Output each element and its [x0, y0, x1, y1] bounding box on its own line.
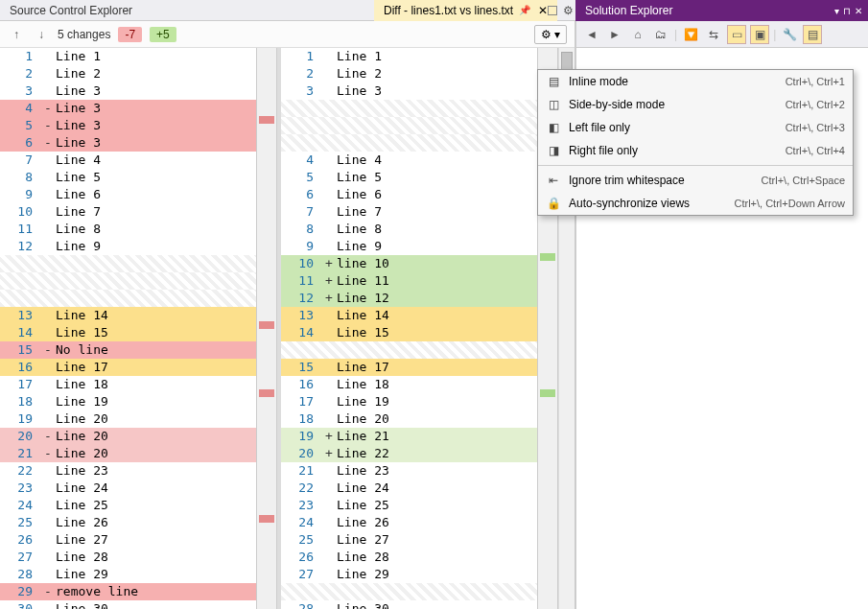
code-line[interactable]: 7Line 7 [281, 203, 537, 221]
code-line[interactable]: 15-No line [0, 341, 256, 359]
code-line[interactable]: 2Line 2 [0, 65, 256, 82]
code-line[interactable]: 3Line 3 [281, 82, 537, 100]
code-line[interactable]: 30Line 30 [0, 600, 256, 609]
code-line[interactable]: 14Line 15 [281, 324, 537, 341]
code-line[interactable]: 20-Line 20 [0, 428, 256, 445]
code-line[interactable]: 4-Line 3 [0, 100, 256, 117]
code-line[interactable]: 16Line 18 [281, 376, 537, 393]
code-line[interactable] [281, 341, 537, 359]
code-line[interactable]: 15Line 17 [281, 359, 537, 376]
code-line[interactable]: 25Line 26 [0, 514, 256, 531]
code-line[interactable] [281, 117, 537, 134]
code-line[interactable]: 1Line 1 [281, 48, 537, 65]
menu-item[interactable]: ⇤Ignore trim whitespaceCtrl+\, Ctrl+Spac… [538, 169, 853, 192]
code-line[interactable]: 12Line 9 [0, 238, 256, 255]
switch-views-icon[interactable]: 🗂 [651, 25, 670, 44]
code-line[interactable]: 5Line 5 [281, 169, 537, 186]
preview-toggle-icon[interactable] [548, 6, 557, 15]
code-line[interactable]: 22Line 24 [281, 480, 537, 497]
forward-icon[interactable]: ► [605, 25, 624, 44]
code-line[interactable]: 26Line 28 [281, 549, 537, 566]
code-line[interactable] [281, 100, 537, 117]
window-menu-icon[interactable]: ▾ [834, 6, 839, 16]
diff-marker [42, 480, 54, 497]
code-line[interactable]: 1Line 1 [0, 48, 256, 65]
code-line[interactable]: 13Line 14 [281, 307, 537, 324]
code-line[interactable]: 21Line 23 [281, 462, 537, 480]
code-line[interactable]: 14Line 15 [0, 324, 256, 341]
gear-small-icon[interactable]: ⚙ [563, 4, 574, 17]
code-line[interactable]: 24Line 26 [281, 514, 537, 531]
code-line[interactable]: 17Line 18 [0, 376, 256, 393]
tab-diff-active[interactable]: Diff - lines1.txt vs lines.txt 📌 ✕ [374, 0, 557, 21]
pin-icon[interactable]: 📌 [519, 5, 530, 15]
code-line[interactable]: 9Line 6 [0, 186, 256, 203]
code-line[interactable]: 8Line 5 [0, 169, 256, 186]
code-line[interactable] [281, 583, 537, 600]
code-line[interactable] [281, 134, 537, 152]
code-line[interactable] [0, 290, 256, 307]
code-line[interactable]: 9Line 9 [281, 238, 537, 255]
code-line[interactable]: 24Line 25 [0, 497, 256, 514]
code-line[interactable]: 26Line 27 [0, 531, 256, 549]
solution-explorer-tool-window-header[interactable]: Solution Explorer ▾ ⊓ ✕ [575, 0, 868, 21]
sync-icon[interactable]: ⇆ [704, 25, 723, 44]
code-line[interactable]: 19Line 20 [0, 410, 256, 428]
code-line[interactable]: 8Line 8 [281, 221, 537, 238]
code-line[interactable]: 7Line 4 [0, 152, 256, 169]
menu-item[interactable]: 🔒Auto-synchronize viewsCtrl+\, Ctrl+Down… [538, 192, 853, 215]
diff-right-pane[interactable]: 1Line 12Line 23Line 34Line 45Line 56Line… [281, 48, 537, 609]
line-text: Line 2 [335, 65, 537, 82]
properties-icon[interactable]: 🔧 [780, 25, 799, 44]
overview-ruler-left[interactable] [256, 48, 277, 609]
code-line[interactable] [0, 255, 256, 272]
code-line[interactable]: 16Line 17 [0, 359, 256, 376]
code-line[interactable]: 20+Line 22 [281, 445, 537, 462]
code-line[interactable]: 10Line 7 [0, 203, 256, 221]
code-line[interactable]: 23Line 25 [281, 497, 537, 514]
code-line[interactable]: 11+Line 11 [281, 272, 537, 290]
code-line[interactable]: 11Line 8 [0, 221, 256, 238]
code-line[interactable]: 6Line 6 [281, 186, 537, 203]
code-line[interactable]: 17Line 19 [281, 393, 537, 410]
menu-item[interactable]: ◨Right file onlyCtrl+\, Ctrl+4 [538, 139, 853, 162]
code-line[interactable]: 23Line 24 [0, 480, 256, 497]
code-line[interactable]: 2Line 2 [281, 65, 537, 82]
home-icon[interactable]: ⌂ [628, 25, 647, 44]
code-line[interactable]: 27Line 28 [0, 549, 256, 566]
code-line[interactable]: 10+line 10 [281, 255, 537, 272]
code-line[interactable]: 13Line 14 [0, 307, 256, 324]
filter-icon[interactable]: 🔽 [681, 25, 700, 44]
collapse-all-icon[interactable]: ▣ [750, 25, 769, 44]
preview-icon[interactable]: ▤ [803, 25, 822, 44]
prev-change-icon[interactable]: ↑ [8, 26, 25, 43]
code-line[interactable]: 22Line 23 [0, 462, 256, 480]
pin-icon[interactable]: ⊓ [843, 6, 851, 16]
close-icon[interactable]: ✕ [855, 6, 862, 16]
next-change-icon[interactable]: ↓ [33, 26, 50, 43]
code-line[interactable]: 6-Line 3 [0, 134, 256, 152]
code-line[interactable]: 18Line 19 [0, 393, 256, 410]
diff-left-pane[interactable]: 1Line 12Line 23Line 34-Line 35-Line 36-L… [0, 48, 256, 609]
line-number: 26 [0, 531, 42, 549]
show-all-files-icon[interactable]: ▭ [727, 25, 746, 44]
code-line[interactable] [0, 272, 256, 290]
code-line[interactable]: 18Line 20 [281, 410, 537, 428]
code-line[interactable]: 25Line 27 [281, 531, 537, 549]
code-line[interactable]: 4Line 4 [281, 152, 537, 169]
menu-item[interactable]: ◫Side-by-side modeCtrl+\, Ctrl+2 [538, 93, 853, 116]
back-icon[interactable]: ◄ [582, 25, 601, 44]
code-line[interactable]: 28Line 30 [281, 600, 537, 609]
code-line[interactable]: 28Line 29 [0, 566, 256, 583]
diff-settings-button[interactable]: ⚙ ▾ [534, 25, 567, 44]
code-line[interactable]: 5-Line 3 [0, 117, 256, 134]
code-line[interactable]: 21-Line 20 [0, 445, 256, 462]
code-line[interactable]: 19+Line 21 [281, 428, 537, 445]
code-line[interactable]: 12+Line 12 [281, 290, 537, 307]
code-line[interactable]: 27Line 29 [281, 566, 537, 583]
menu-item[interactable]: ▤Inline modeCtrl+\, Ctrl+1 [538, 70, 853, 93]
tab-source-control-explorer[interactable]: Source Control Explorer [0, 0, 142, 21]
code-line[interactable]: 29-remove line [0, 583, 256, 600]
menu-item[interactable]: ◧Left file onlyCtrl+\, Ctrl+3 [538, 116, 853, 139]
code-line[interactable]: 3Line 3 [0, 82, 256, 100]
